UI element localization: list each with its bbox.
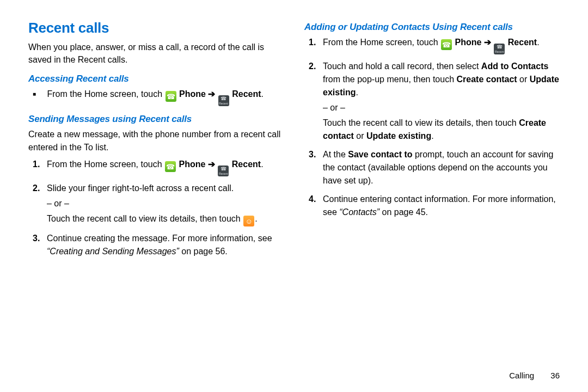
recent-label: Recent — [508, 38, 537, 47]
right-column: Adding or Updating Contacts Using Recent… — [304, 20, 560, 381]
step-number: 2. — [309, 60, 316, 73]
adding-step-4: 4. Continue entering contact information… — [323, 193, 560, 219]
sending-intro: Create a new message, with the phone num… — [28, 128, 284, 153]
adding-step-1: 1. From the Home screen, touch Phone ➔ R… — [323, 36, 560, 54]
step-number: 1. — [309, 36, 316, 49]
sending-step-3: 3. Continue creating the message. For mo… — [47, 232, 284, 258]
period: . — [261, 160, 263, 169]
phone-icon — [441, 39, 452, 50]
phone-label: Phone — [179, 89, 206, 99]
step-number: 2. — [33, 182, 40, 195]
step-text: At the — [323, 150, 348, 159]
period: . — [537, 38, 539, 47]
or-word: or — [356, 131, 366, 140]
arrow-icon: ➔ — [208, 89, 215, 99]
subhead-sending: Sending Messages using Recent calls — [28, 114, 284, 125]
step-number: 3. — [33, 232, 40, 245]
or-divider: – or – — [323, 101, 560, 114]
page-footer: Calling 36 — [509, 371, 560, 380]
step-text: From the Home screen, touch — [47, 89, 164, 99]
recent-label: Recent — [232, 160, 261, 169]
arrow-icon: ➔ — [208, 160, 215, 169]
recent-label: Recent — [232, 89, 261, 99]
phone-label: Phone — [179, 160, 206, 169]
sending-step-2: 2. Slide your finger right-to-left acros… — [47, 182, 284, 226]
phone-icon — [165, 161, 176, 172]
xref: “Creating and Sending Messages” — [47, 247, 179, 256]
step-text-tail: on page 45. — [382, 207, 428, 217]
step-number: 3. — [309, 148, 316, 161]
save-contact-to-label: Save contact to — [348, 150, 412, 159]
recent-icon — [218, 95, 229, 106]
xref: “Contacts” — [339, 207, 379, 217]
period: . — [255, 214, 257, 223]
period: . — [261, 89, 264, 99]
subhead-accessing: Accessing Recent calls — [28, 74, 284, 84]
step-text-alt: Touch the recent call to view its detail… — [47, 214, 243, 223]
message-icon — [243, 216, 254, 226]
or-divider: – or – — [47, 197, 284, 210]
section-title: Recent calls — [28, 20, 284, 36]
period: . — [431, 131, 433, 140]
adding-step-2: 2. Touch and hold a call record, then se… — [323, 60, 560, 143]
update-existing-label: Update existing — [366, 131, 431, 140]
recent-icon — [494, 44, 505, 54]
sending-step-1: 1. From the Home screen, touch Phone ➔ R… — [47, 158, 284, 176]
or-word: or — [519, 75, 530, 84]
step-number: 4. — [309, 193, 316, 206]
intro-paragraph: When you place, answer, or miss a call, … — [28, 41, 284, 66]
step-text: From the Home screen, touch — [323, 38, 440, 47]
page-number: 36 — [550, 371, 560, 380]
accessing-step-1: From the Home screen, touch Phone ➔ Rece… — [45, 88, 284, 106]
chapter-name: Calling — [509, 371, 534, 380]
step-text: From the Home screen, touch — [47, 160, 164, 169]
step-text-tail: on page 56. — [181, 247, 228, 256]
period: . — [356, 88, 358, 97]
step-number: 1. — [33, 158, 40, 171]
phone-label: Phone — [455, 38, 482, 47]
step-text: Touch and hold a call record, then selec… — [323, 62, 481, 71]
manual-page: Recent calls When you place, answer, or … — [0, 0, 588, 392]
left-column: Recent calls When you place, answer, or … — [28, 20, 284, 381]
create-contact-label: Create contact — [456, 75, 517, 84]
add-to-contacts-label: Add to Contacts — [481, 62, 549, 71]
accessing-steps: From the Home screen, touch Phone ➔ Rece… — [28, 88, 284, 106]
step-text-mid: from the pop-up menu, then touch — [323, 75, 456, 84]
adding-steps: 1. From the Home screen, touch Phone ➔ R… — [304, 36, 560, 219]
recent-icon — [218, 166, 229, 176]
arrow-icon: ➔ — [484, 38, 491, 47]
step-text-alt: Touch the recent call to view its detail… — [323, 118, 519, 127]
phone-icon — [166, 91, 176, 102]
step-text: Slide your finger right-to-left across a… — [47, 183, 234, 193]
subhead-adding: Adding or Updating Contacts Using Recent… — [304, 22, 560, 33]
sending-steps: 1. From the Home screen, touch Phone ➔ R… — [28, 158, 284, 258]
step-text: Continue creating the message. For more … — [47, 234, 272, 243]
adding-step-3: 3. At the Save contact to prompt, touch … — [323, 148, 560, 187]
